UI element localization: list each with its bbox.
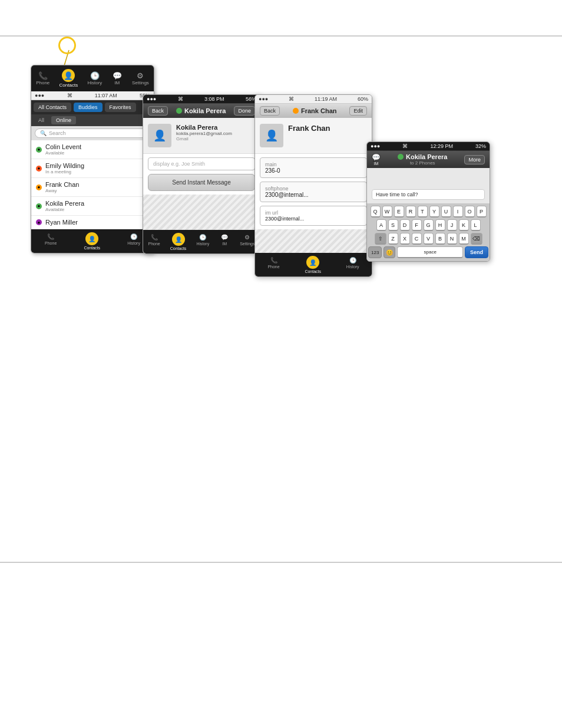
key-c[interactable]: C: [412, 233, 422, 245]
frank-back-button[interactable]: Back: [260, 106, 280, 116]
frank-card-name: Frank Chan: [288, 124, 367, 133]
header-contact-name: Kokila Perera: [176, 107, 226, 114]
key-p[interactable]: P: [477, 206, 487, 218]
signal-icon: ●●●: [35, 93, 44, 98]
time-display: 11:07 AM: [95, 93, 117, 98]
key-j[interactable]: J: [447, 219, 457, 231]
key-u[interactable]: U: [441, 206, 451, 218]
frank-contact-card: 👤 Frank Chan: [255, 118, 372, 154]
s2-history-icon: 🕒: [197, 233, 208, 241]
key-y[interactable]: Y: [429, 206, 439, 218]
frank-status-dot: [293, 108, 299, 114]
online-subtab[interactable]: Online: [51, 116, 76, 124]
key-g[interactable]: G: [424, 219, 434, 231]
key-w[interactable]: W: [382, 206, 392, 218]
done-button[interactable]: Done: [234, 106, 255, 116]
nav-label-history: History: [87, 80, 102, 85]
key-s[interactable]: S: [388, 219, 398, 231]
key-shift[interactable]: ⇧: [375, 233, 386, 245]
signal-s3: ●●●: [259, 96, 268, 102]
contact-item-colin[interactable]: ● Colin Levent Available: [31, 140, 154, 159]
key-k[interactable]: K: [459, 219, 469, 231]
key-r[interactable]: R: [406, 206, 416, 218]
s2-phone-tab[interactable]: 📞 Phone: [146, 232, 163, 252]
key-h[interactable]: H: [435, 219, 445, 231]
search-box[interactable]: 🔍 Search: [35, 129, 150, 138]
bottom-history-tab[interactable]: 🕒 History: [125, 231, 143, 251]
nav-label-phone: Phone: [36, 80, 49, 85]
status-bar-3: ●●● ⌘ 11:19 AM 60%: [255, 95, 372, 104]
key-a[interactable]: A: [376, 219, 386, 231]
key-backspace[interactable]: ⌫: [471, 233, 482, 245]
nav-tab-im[interactable]: 💬 IM: [110, 70, 125, 87]
key-e[interactable]: E: [394, 206, 404, 218]
contact-info: Emily Wilding In a meeting: [45, 162, 149, 174]
key-row-4: 123 😊 space Send: [368, 246, 488, 258]
nav-tab-history[interactable]: 🕒 History: [85, 70, 104, 87]
key-o[interactable]: O: [465, 206, 475, 218]
nav-tab-contacts[interactable]: 👤 Contacts: [57, 68, 81, 89]
nav-bar: 📞 Phone 👤 Contacts 🕒 History 💬 IM ⚙: [31, 65, 154, 91]
s3-history-icon: 🕒: [348, 256, 358, 264]
key-n[interactable]: N: [447, 233, 457, 245]
contacts-annotation-circle: [58, 37, 76, 54]
contact-item-ryan[interactable]: ● Ryan Miller: [31, 216, 154, 229]
key-b[interactable]: B: [435, 233, 445, 245]
s2-im-tab[interactable]: 💬 IM: [217, 232, 232, 252]
key-emoji[interactable]: 😊: [384, 246, 395, 258]
key-d[interactable]: D: [400, 219, 410, 231]
im-uri-field: im url 2300@internal...: [260, 206, 367, 226]
nav-tab-settings[interactable]: ⚙ Settings: [130, 70, 151, 87]
key-z[interactable]: Z: [388, 233, 398, 245]
status-dot-available: ●: [36, 147, 42, 153]
key-123[interactable]: 123: [368, 246, 382, 258]
key-v[interactable]: V: [424, 233, 434, 245]
contact-status: In a meeting: [45, 169, 149, 174]
key-i[interactable]: I: [453, 206, 463, 218]
s2-contacts-tab[interactable]: 👤 Contacts: [168, 232, 189, 252]
key-m[interactable]: M: [459, 233, 469, 245]
send-im-button[interactable]: Send Instant Message: [148, 174, 255, 191]
contact-item-frank[interactable]: ● Frank Chan Away: [31, 178, 154, 197]
nav-tab-phone[interactable]: 📞 Phone: [34, 70, 52, 87]
key-l[interactable]: L: [471, 219, 481, 231]
key-send[interactable]: Send: [465, 246, 488, 258]
display-field[interactable]: display e.g. Joe Smith: [148, 157, 255, 170]
bottom-contacts-tab[interactable]: 👤 Contacts: [81, 231, 103, 251]
screen3-bottom-nav: 📞 Phone 👤 Contacts 🕒 History: [255, 253, 372, 276]
s3-phone-tab[interactable]: 📞 Phone: [265, 255, 282, 275]
diagonal-pattern: [143, 195, 260, 230]
frank-edit-button[interactable]: Edit: [349, 106, 367, 116]
all-contacts-tab[interactable]: All Contacts: [34, 103, 71, 112]
favorites-tab[interactable]: Favorites: [105, 103, 136, 112]
s2-contacts-icon: 👤: [172, 233, 185, 246]
s2-settings-icon: ⚙: [242, 233, 253, 241]
bottom-phone-icon: 📞: [45, 232, 56, 241]
buddies-tab[interactable]: Buddies: [74, 103, 103, 112]
bottom-phone-tab[interactable]: 📞 Phone: [42, 231, 59, 251]
contact-name: Colin Levent: [45, 143, 149, 150]
s3-history-tab[interactable]: 🕒 History: [344, 255, 362, 275]
main-value: 236-0: [265, 167, 362, 174]
contact-item-emily[interactable]: ● Emily Wilding In a meeting: [31, 159, 154, 178]
s2-history-tab[interactable]: 🕒 History: [194, 232, 211, 252]
bottom-nav: 📞 Phone 👤 Contacts 🕒 History: [31, 229, 154, 253]
key-t[interactable]: T: [418, 206, 428, 218]
key-x[interactable]: X: [400, 233, 410, 245]
chat-more-button[interactable]: More: [464, 155, 485, 164]
contact-name: Kokila Perera: [45, 200, 149, 207]
key-q[interactable]: Q: [371, 206, 381, 218]
wifi-icon: ⌘: [67, 93, 72, 98]
key-space[interactable]: space: [397, 246, 463, 258]
chat-contact-info: Kokila Perera to 2 Phones: [398, 153, 447, 166]
back-button[interactable]: Back: [148, 106, 168, 116]
contact-item-kokila[interactable]: ● Kokila Perera Available: [31, 197, 154, 216]
all-subtab[interactable]: All: [34, 116, 49, 124]
bottom-rule: [0, 562, 562, 563]
contact-tabs: All Contacts Buddies Favorites +: [31, 100, 154, 114]
s2-phone-icon: 📞: [149, 233, 160, 241]
time-s4: 12:29 PM: [430, 143, 453, 149]
chat-status-line: to 2 Phones: [410, 160, 435, 166]
key-f[interactable]: F: [412, 219, 422, 231]
s3-contacts-tab[interactable]: 👤 Contacts: [302, 255, 323, 275]
